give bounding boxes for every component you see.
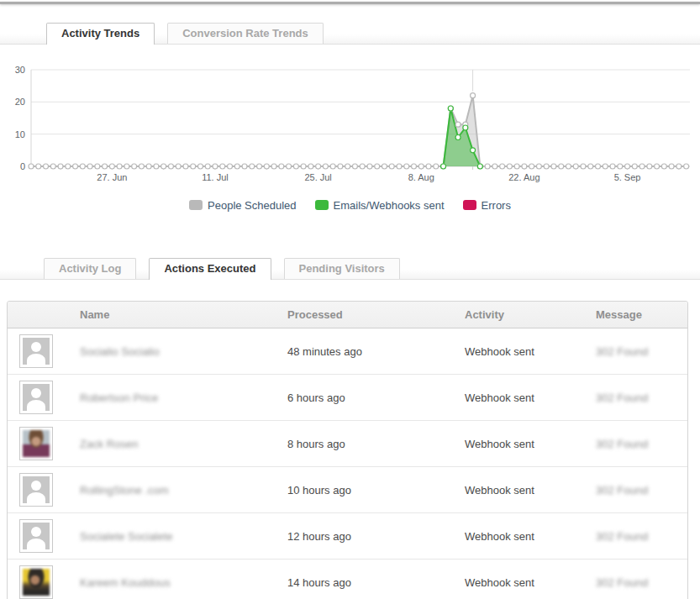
log-tabs: Activity Log Actions Executed Pending Vi… [0,258,700,280]
svg-text:11. Jul: 11. Jul [202,172,229,182]
svg-text:0: 0 [20,161,25,171]
table-row[interactable]: RollingStone .com 10 hours ago Webhook s… [8,467,687,513]
chart-canvas[interactable]: 010203027. Jun11. Jul25. Jul8. Aug22. Au… [0,59,700,193]
legend-item-people-scheduled[interactable]: People Scheduled [189,199,297,212]
svg-text:30: 30 [15,65,25,75]
column-header-activity: Activity [461,302,592,328]
activity-cell: Webhook sent [461,530,592,543]
avatar [19,427,53,460]
svg-text:20: 20 [15,97,25,107]
legend-item-errors[interactable]: Errors [463,199,511,212]
table-header: Name Processed Activity Message [8,302,687,328]
processed-cell: 10 hours ago [284,484,461,497]
legend-label: Errors [482,199,511,212]
avatar [19,565,53,599]
tab-pending-visitors[interactable]: Pending Visitors [284,258,400,279]
tab-activity-trends[interactable]: Activity Trends [46,23,155,45]
svg-text:10: 10 [15,129,25,139]
name-cell: Zack Rosen [76,438,284,450]
activity-cell: Webhook sent [461,391,592,404]
avatar [19,334,53,368]
page-top-divider [0,2,700,4]
name-cell: Socialete Socialete [76,530,284,543]
name-cell: Robertson Price [76,391,284,404]
processed-cell: 6 hours ago [284,391,461,404]
svg-text:22. Aug: 22. Aug [508,172,539,182]
message-cell: 302 Found [592,391,687,404]
people-scheduled-swatch-icon [189,200,203,210]
avatar-image [23,384,50,411]
errors-swatch-icon [463,200,476,210]
legend-label: People Scheduled [208,199,297,212]
name-cell: Kareem Kouddous [76,576,284,589]
avatar [19,473,53,507]
activity-cell: Webhook sent [461,345,592,358]
avatar-image [23,430,50,457]
activity-cell: Webhook sent [461,576,592,589]
message-cell: 302 Found [592,576,687,589]
avatar-image [23,569,50,596]
svg-text:25. Jul: 25. Jul [304,172,331,182]
avatar-image [23,476,50,503]
activity-trends-chart[interactable]: 010203027. Jun11. Jul25. Jul8. Aug22. Au… [0,59,700,193]
avatar-image [23,338,50,365]
processed-cell: 14 hours ago [284,576,461,589]
column-header-message: Message [592,302,687,328]
message-cell: 302 Found [592,484,687,497]
avatar [19,519,53,553]
chart-legend: People Scheduled Emails/Webhooks sent Er… [0,197,700,213]
legend-item-emails-webhooks[interactable]: Emails/Webhooks sent [315,199,445,212]
activity-cell: Webhook sent [461,438,592,450]
tab-conversion-rate-trends[interactable]: Conversion Rate Trends [167,23,324,44]
processed-cell: 12 hours ago [284,530,461,543]
header-spacer [8,302,76,328]
activity-cell: Webhook sent [461,484,592,497]
avatar [19,381,53,414]
table-row[interactable]: Robertson Price 6 hours ago Webhook sent… [8,375,687,421]
processed-cell: 8 hours ago [284,438,461,450]
message-cell: 302 Found [592,438,687,450]
legend-label: Emails/Webhooks sent [334,199,445,212]
svg-text:5. Sep: 5. Sep [614,172,641,182]
trend-tabs: Activity Trends Conversion Rate Trends [0,23,700,45]
table-body: Socialio Socialio 48 minutes ago Webhook… [8,328,687,599]
table-row[interactable]: Socialete Socialete 12 hours ago Webhook… [8,513,687,560]
emails-webhooks-swatch-icon [315,200,329,210]
avatar-image [23,523,50,549]
table-row[interactable]: Zack Rosen 8 hours ago Webhook sent 302 … [8,421,687,467]
table-row[interactable]: Kareem Kouddous 14 hours ago Webhook sen… [8,560,687,599]
actions-executed-table: Name Processed Activity Message Socialio… [7,301,688,599]
column-header-name: Name [76,302,284,328]
processed-cell: 48 minutes ago [284,345,461,358]
svg-text:27. Jun: 27. Jun [97,172,127,182]
message-cell: 302 Found [592,345,687,358]
tab-activity-log[interactable]: Activity Log [44,258,136,279]
name-cell: Socialio Socialio [76,345,284,358]
name-cell: RollingStone .com [76,484,284,497]
tab-actions-executed[interactable]: Actions Executed [149,258,271,280]
svg-text:8. Aug: 8. Aug [408,172,434,182]
column-header-processed: Processed [284,302,461,328]
message-cell: 302 Found [592,530,687,543]
table-row[interactable]: Socialio Socialio 48 minutes ago Webhook… [8,328,687,375]
